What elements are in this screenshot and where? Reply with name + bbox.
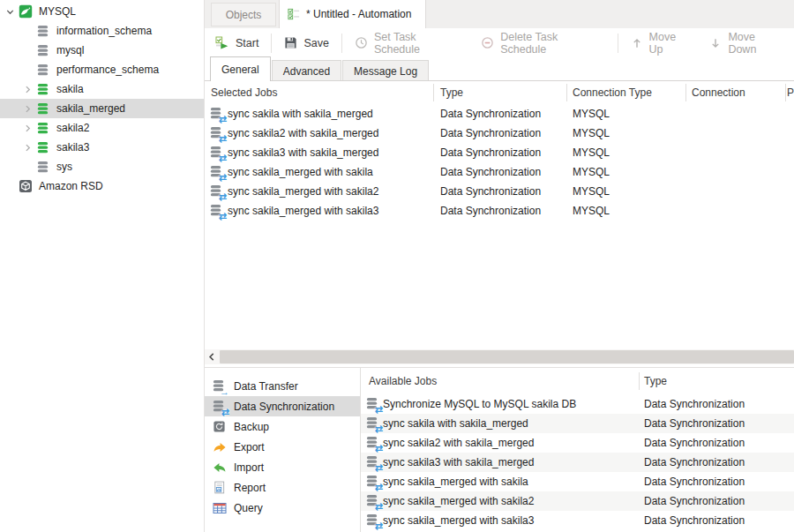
chevron-right-icon[interactable] bbox=[21, 102, 34, 115]
available-job-row[interactable]: ⇄sync sakila3 with sakila_mergedData Syn… bbox=[361, 453, 794, 472]
scrollbar-thumb[interactable] bbox=[220, 350, 794, 363]
job-type: Data Synchronization bbox=[440, 146, 541, 159]
selected-job-row[interactable]: ⇄sync sakila with sakila_mergedData Sync… bbox=[205, 104, 794, 124]
job-type: Data Synchronization bbox=[440, 127, 541, 139]
scroll-left-button[interactable] bbox=[205, 349, 220, 364]
tab-objects[interactable]: Objects bbox=[211, 3, 276, 26]
cube-icon bbox=[18, 179, 33, 193]
toolbar-button-label: Move Up bbox=[649, 31, 693, 56]
job-name: sync sakila_merged with sakila2 bbox=[383, 495, 534, 507]
tab-message-log[interactable]: Message Log bbox=[342, 60, 429, 81]
selected-job-row[interactable]: ⇄sync sakila2 with sakila_mergedData Syn… bbox=[205, 124, 794, 143]
column-header-connection: Connection bbox=[692, 81, 745, 104]
tab-advanced[interactable]: Advanced bbox=[272, 60, 341, 81]
selected-job-row[interactable]: ⇄sync sakila_merged with sakila3Data Syn… bbox=[205, 201, 794, 221]
tree-item-sakila[interactable]: sakila bbox=[0, 79, 204, 99]
chevron-right-icon[interactable] bbox=[21, 83, 34, 95]
job-type: Data Synchronization bbox=[440, 205, 541, 217]
job-type: Data Synchronization bbox=[644, 495, 745, 507]
chevron-spacer bbox=[21, 161, 34, 173]
job-name: sync sakila_merged with sakila bbox=[383, 476, 528, 488]
job-category-data-transfer[interactable]: →Data Transfer bbox=[205, 376, 360, 396]
job-name: sync sakila2 with sakila_merged bbox=[228, 127, 378, 139]
tree-item-information-schema[interactable]: information_schema bbox=[0, 21, 204, 41]
tree-item-sakila3[interactable]: sakila3 bbox=[0, 138, 204, 157]
tree-item-amazon-rsd[interactable]: Amazon RSD bbox=[0, 176, 204, 196]
navicat-automation-window: MYSQLinformation_schemamysqlperformance_… bbox=[0, 0, 794, 532]
tree-item-sakila-merged[interactable]: sakila_merged bbox=[0, 99, 204, 118]
available-job-row[interactable]: ⇄sync sakila_merged with sakilaData Sync… bbox=[361, 472, 794, 491]
job-category-export[interactable]: Export bbox=[205, 437, 360, 457]
job-name: sync sakila3 with sakila_merged bbox=[228, 146, 378, 159]
job-connection-type: MYSQL bbox=[573, 146, 610, 159]
chevron-spacer bbox=[21, 44, 34, 56]
job-category-list: →Data Transfer⇄Data SynchronizationBacku… bbox=[205, 368, 361, 532]
available-job-row[interactable]: ⇄sync sakila2 with sakila_mergedData Syn… bbox=[361, 433, 794, 453]
tab-general[interactable]: General bbox=[210, 56, 271, 81]
save-button[interactable]: Save bbox=[275, 33, 338, 54]
data-sync-icon: ⇄ bbox=[209, 204, 224, 218]
job-type: Data Synchronization bbox=[440, 166, 541, 178]
job-type: Data Synchronization bbox=[440, 108, 541, 120]
start-button[interactable]: Start bbox=[206, 33, 267, 54]
tab-untitled-automation[interactable]: * Untitled - Automation bbox=[279, 0, 426, 28]
selected-job-row[interactable]: ⇄sync sakila3 with sakila_mergedData Syn… bbox=[205, 143, 794, 162]
tree-item-label: sakila bbox=[56, 83, 84, 95]
data-sync-icon: ⇄ bbox=[209, 146, 224, 160]
column-header-type: Type bbox=[440, 81, 463, 104]
job-connection-type: MYSQL bbox=[573, 127, 610, 139]
job-category-import[interactable]: Import bbox=[205, 457, 360, 477]
tree-item-sakila2[interactable]: sakila2 bbox=[0, 118, 204, 138]
available-job-row[interactable]: ⇄Synchronize MySQL to MySQL sakila DBDat… bbox=[361, 394, 794, 414]
database-gray-icon bbox=[35, 160, 50, 174]
bottom-panel: →Data Transfer⇄Data SynchronizationBacku… bbox=[205, 367, 794, 532]
job-name: sync sakila_merged with sakila3 bbox=[383, 514, 534, 527]
selected-job-row[interactable]: ⇄sync sakila_merged with sakilaData Sync… bbox=[205, 162, 794, 182]
delete-task-schedule-button[interactable]: Delete Task Schedule bbox=[472, 33, 613, 54]
job-name: sync sakila_merged with sakila2 bbox=[228, 185, 378, 198]
checklist-icon bbox=[288, 8, 300, 20]
data-sync-icon: ⇄ bbox=[365, 494, 380, 508]
chevron-right-icon[interactable] bbox=[21, 122, 34, 134]
job-type: Data Synchronization bbox=[440, 185, 541, 198]
chevron-spacer bbox=[21, 25, 34, 37]
database-green-icon bbox=[35, 140, 50, 154]
selected-jobs-list: ⇄sync sakila with sakila_mergedData Sync… bbox=[205, 104, 794, 349]
available-job-row[interactable]: ⇄sync sakila_merged with sakila2Data Syn… bbox=[361, 491, 794, 511]
data-sync-icon: ⇄ bbox=[365, 513, 380, 528]
job-category-label: Backup bbox=[234, 421, 269, 433]
job-type: Data Synchronization bbox=[644, 398, 745, 410]
available-job-row[interactable]: ⇄sync sakila_merged with sakila3Data Syn… bbox=[361, 511, 794, 530]
job-category-query[interactable]: Query bbox=[205, 498, 360, 518]
toolbar-button-label: Start bbox=[236, 37, 258, 49]
chevron-spacer bbox=[4, 180, 16, 192]
tree-item-label: sakila3 bbox=[56, 141, 89, 154]
toolbar: StartSaveSet Task ScheduleDelete Task Sc… bbox=[205, 28, 794, 57]
subtab-bar: GeneralAdvancedMessage Log bbox=[205, 57, 794, 81]
job-category-backup[interactable]: Backup bbox=[205, 416, 360, 437]
set-task-schedule-button[interactable]: Set Task Schedule bbox=[346, 33, 472, 54]
available-job-row[interactable]: ⇄sync sakila with sakila_mergedData Sync… bbox=[361, 414, 794, 433]
selected-job-row[interactable]: ⇄sync sakila_merged with sakila2Data Syn… bbox=[205, 182, 794, 201]
tree-item-mysql[interactable]: mysql bbox=[0, 41, 204, 60]
move-up-button[interactable]: Move Up bbox=[622, 33, 701, 54]
move-down-button[interactable]: Move Down bbox=[700, 33, 794, 54]
tab-untitled-automation-label: * Untitled - Automation bbox=[306, 8, 411, 20]
job-type: Data Synchronization bbox=[644, 514, 745, 527]
tree-item-label: sakila_merged bbox=[56, 102, 125, 115]
tree-item-mysql[interactable]: MYSQL bbox=[0, 2, 204, 21]
export-icon bbox=[212, 440, 227, 454]
tree-item-sys[interactable]: sys bbox=[0, 157, 204, 176]
tree-item-performance-schema[interactable]: performance_schema bbox=[0, 60, 204, 79]
scroll-left-icon[interactable] bbox=[206, 351, 218, 363]
chevron-right-icon[interactable] bbox=[21, 141, 34, 154]
chevron-down-icon[interactable] bbox=[4, 5, 16, 18]
data-sync-icon: ⇄ bbox=[365, 416, 380, 431]
column-separator bbox=[685, 84, 686, 101]
toolbar-button-label: Save bbox=[303, 37, 329, 49]
job-name: sync sakila with sakila_merged bbox=[383, 417, 528, 430]
job-category-data-synchronization[interactable]: ⇄Data Synchronization bbox=[205, 396, 360, 416]
job-name: sync sakila_merged with sakila bbox=[228, 166, 373, 178]
data-sync-icon: ⇄ bbox=[365, 475, 380, 489]
job-category-report[interactable]: Report bbox=[205, 477, 360, 498]
